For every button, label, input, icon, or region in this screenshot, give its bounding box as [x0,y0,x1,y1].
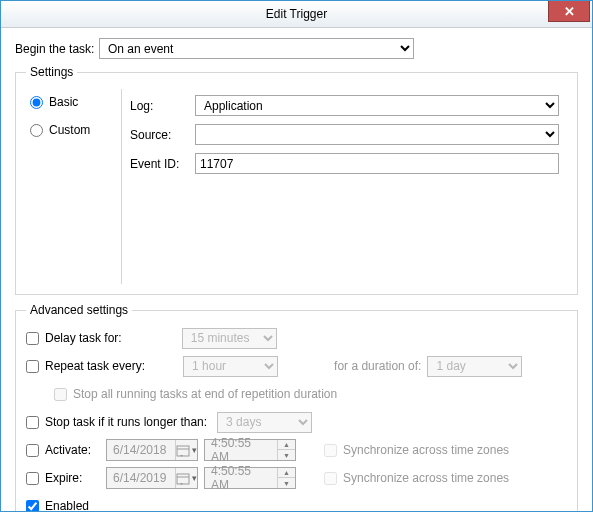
activate-label: Activate: [45,443,91,457]
enabled-checkbox[interactable] [26,500,39,513]
expire-sync-checkbox [324,472,337,485]
radio-basic-input[interactable] [30,96,43,109]
stop-long-label: Stop task if it runs longer than: [45,415,207,429]
dialog-content: Begin the task: On an event Settings Bas… [1,28,592,512]
expire-date-picker: 6/14/2019 ▾ [106,467,198,489]
close-icon: ✕ [564,5,575,18]
begin-task-label: Begin the task: [15,42,99,56]
stop-long-checkbox[interactable] [26,416,39,429]
log-label: Log: [130,99,195,113]
expire-date-value: 6/14/2019 [107,471,175,485]
radio-custom-input[interactable] [30,124,43,137]
activate-time-value: 4:50:55 AM [205,436,277,464]
activate-sync-checkbox [324,444,337,457]
advanced-legend: Advanced settings [26,303,132,317]
title-bar: Edit Trigger ✕ [1,1,592,28]
expire-checkbox-row[interactable]: Expire: [26,471,106,485]
delay-checkbox[interactable] [26,332,39,345]
activate-date-picker: 6/14/2018 ▾ [106,439,198,461]
delay-checkbox-row[interactable]: Delay task for: [26,331,122,345]
expire-checkbox[interactable] [26,472,39,485]
window-title: Edit Trigger [1,7,592,21]
activate-date-value: 6/14/2018 [107,443,175,457]
activate-checkbox[interactable] [26,444,39,457]
activate-time-picker: 4:50:55 AM ▲▼ [204,439,296,461]
repeat-checkbox-row[interactable]: Repeat task every: [26,359,145,373]
delay-select: 15 minutes [182,328,277,349]
eventid-input[interactable] [195,153,559,174]
expire-label: Expire: [45,471,82,485]
settings-group: Settings Basic Custom Log: Application [15,65,578,295]
duration-label: for a duration of: [334,359,421,373]
delay-label: Delay task for: [45,331,122,345]
activate-sync-row: Synchronize across time zones [324,443,509,457]
calendar-icon: ▾ [175,440,197,460]
stop-long-checkbox-row[interactable]: Stop task if it runs longer than: [26,415,207,429]
svg-rect-3 [177,474,189,484]
radio-basic-label: Basic [49,95,78,109]
settings-legend: Settings [26,65,77,79]
enabled-label: Enabled [45,499,89,512]
enabled-checkbox-row[interactable]: Enabled [26,499,89,512]
stop-all-label: Stop all running tasks at end of repetit… [73,387,337,401]
activate-sync-label: Synchronize across time zones [343,443,509,457]
source-label: Source: [130,128,195,142]
radio-custom[interactable]: Custom [30,123,121,137]
close-button[interactable]: ✕ [548,1,590,22]
repeat-label: Repeat task every: [45,359,145,373]
source-select[interactable] [195,124,559,145]
calendar-icon: ▾ [175,468,197,488]
log-select[interactable]: Application [195,95,559,116]
expire-time-value: 4:50:55 AM [205,464,277,492]
expire-sync-label: Synchronize across time zones [343,471,509,485]
duration-select: 1 day [427,356,522,377]
stop-all-checkbox [54,388,67,401]
radio-basic[interactable]: Basic [30,95,121,109]
repeat-checkbox[interactable] [26,360,39,373]
expire-sync-row: Synchronize across time zones [324,471,509,485]
eventid-label: Event ID: [130,157,195,171]
stop-long-select: 3 days [217,412,312,433]
activate-checkbox-row[interactable]: Activate: [26,443,106,457]
expire-time-picker: 4:50:55 AM ▲▼ [204,467,296,489]
repeat-select: 1 hour [183,356,278,377]
spinner-icon: ▲▼ [277,468,295,488]
advanced-group: Advanced settings Delay task for: 15 min… [15,303,578,512]
spinner-icon: ▲▼ [277,440,295,460]
svg-rect-0 [177,446,189,456]
stop-all-checkbox-row: Stop all running tasks at end of repetit… [54,387,337,401]
radio-custom-label: Custom [49,123,90,137]
begin-task-select[interactable]: On an event [99,38,414,59]
